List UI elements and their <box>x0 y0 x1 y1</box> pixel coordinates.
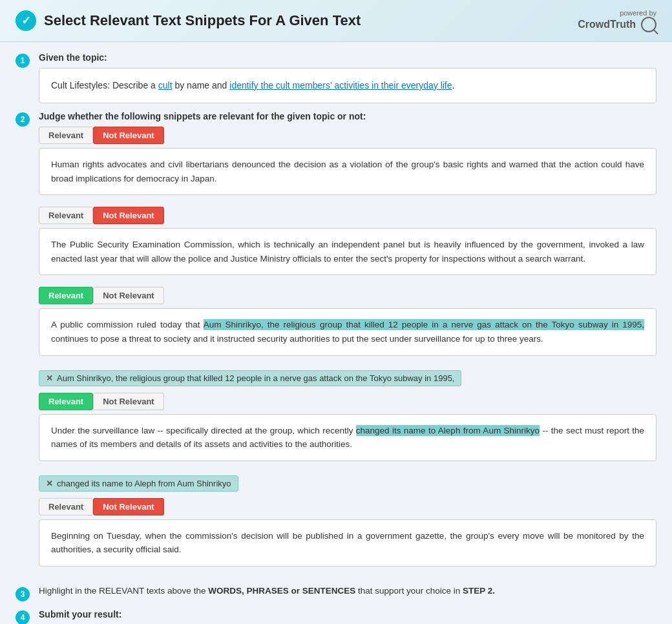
snippet-4-btn-group: Relevant Not Relevant <box>39 393 656 410</box>
step-1-content: Given the topic: Cult Lifestyles: Descri… <box>39 52 656 103</box>
step-3-bold-2: STEP 2. <box>463 586 495 596</box>
snippet-2-text: The Public Security Examination Commissi… <box>39 228 656 275</box>
snippet-3-relevant-btn[interactable]: Relevant <box>39 287 93 304</box>
snippet-5-relevant-btn[interactable]: Relevant <box>39 498 93 515</box>
step-3-bold-1: WORDS, PHRASES or SENTENCES <box>208 586 355 596</box>
snippet-2-btn-group: Relevant Not Relevant <box>39 207 656 224</box>
step-3-row: 3 Highlight in the RELEVANT texts above … <box>16 586 656 601</box>
snippet-1-relevant-btn[interactable]: Relevant <box>39 127 93 144</box>
step-2-row: 2 Judge whether the following snippets a… <box>16 111 656 578</box>
step-3-content: Highlight in the RELEVANT texts above th… <box>39 586 656 596</box>
step-2-badge: 2 <box>16 112 30 127</box>
header-left: ✓ Select Relevant Text Snippets For A Gi… <box>16 10 361 31</box>
snippet-4-highlight: changed its name to Aleph from Aum Shinr… <box>356 425 540 436</box>
snippet-2: Relevant Not Relevant The Public Securit… <box>39 207 656 275</box>
step-1-row: 1 Given the topic: Cult Lifestyles: Desc… <box>16 52 656 103</box>
snippet-1-btn-group: Relevant Not Relevant <box>39 127 656 144</box>
brand-name: CrowdTruth <box>578 17 656 32</box>
snippet-3-highlight: Aum Shinrikyo, the religious group that … <box>204 319 644 330</box>
page-title: Select Relevant Text Snippets For A Give… <box>44 12 361 29</box>
tag-chip-3: ✕ Aum Shinrikyo, the religious group tha… <box>39 370 461 386</box>
snippet-5-not-relevant-btn[interactable]: Not Relevant <box>93 498 163 515</box>
step-1-badge: 1 <box>16 54 30 68</box>
step-4-label: Submit your result: <box>39 609 656 619</box>
snippet-2-relevant-btn[interactable]: Relevant <box>39 207 93 224</box>
step-2-label: Judge whether the following snippets are… <box>39 111 656 121</box>
snippet-1: Relevant Not Relevant Human rights advoc… <box>39 127 656 195</box>
topic-highlight-cult: cult <box>158 80 173 90</box>
header: ✓ Select Relevant Text Snippets For A Gi… <box>0 0 672 42</box>
crowdtruth-logo: powered by CrowdTruth <box>578 9 656 32</box>
step-4-row: 4 Submit your result: <box>16 609 656 624</box>
snippet-3: Relevant Not Relevant A public commissio… <box>39 287 656 355</box>
topic-text-3: . <box>452 80 455 90</box>
snippet-4-not-relevant-btn[interactable]: Not Relevant <box>93 393 163 410</box>
topic-text-2: by name and <box>173 80 230 90</box>
tag-text-3: Aum Shinrikyo, the religious group that … <box>57 373 454 383</box>
snippet-1-not-relevant-btn[interactable]: Not Relevant <box>93 127 163 144</box>
check-icon: ✓ <box>16 10 36 31</box>
topic-box: Cult Lifestyles: Describe a cult by name… <box>39 68 656 103</box>
step-4-badge: 4 <box>16 610 30 624</box>
step-3-label: Highlight in the RELEVANT texts above th… <box>39 586 656 596</box>
snippet-3-text: A public commission ruled today that Aum… <box>39 308 656 355</box>
snippet-5-btn-group: Relevant Not Relevant <box>39 498 656 515</box>
step-4-content: Submit your result: <box>39 609 656 624</box>
snippet-5-text: Beginning on Tuesday, when the commissio… <box>39 519 656 567</box>
snippet-2-not-relevant-btn[interactable]: Not Relevant <box>93 207 163 224</box>
topic-text-1: Cult Lifestyles: Describe a <box>51 80 158 90</box>
snippet-1-text: Human rights advocates and civil liberta… <box>39 148 656 195</box>
powered-by-text: powered by <box>620 9 656 17</box>
snippet-3-btn-group: Relevant Not Relevant <box>39 287 656 304</box>
snippet-4-text: Under the surveillance law -- specifical… <box>39 414 656 461</box>
snippet-3-not-relevant-btn[interactable]: Not Relevant <box>93 287 163 304</box>
main-content: 1 Given the topic: Cult Lifestyles: Desc… <box>0 42 672 624</box>
snippet-5: Relevant Not Relevant Beginning on Tuesd… <box>39 498 656 567</box>
step-3-badge: 3 <box>16 587 30 601</box>
tag-chip-4: ✕ changed its name to Aleph from Aum Shi… <box>39 475 238 492</box>
snippet-4: Relevant Not Relevant Under the surveill… <box>39 393 656 461</box>
tag-x-3[interactable]: ✕ <box>46 373 53 383</box>
tag-text-4: changed its name to Aleph from Aum Shinr… <box>57 479 231 488</box>
snippet-4-relevant-btn[interactable]: Relevant <box>39 393 93 410</box>
step-2-content: Judge whether the following snippets are… <box>39 111 656 578</box>
step-1-label: Given the topic: <box>39 52 656 63</box>
topic-highlight-identify: identify the cult members' activities in… <box>229 80 452 90</box>
tag-x-4[interactable]: ✕ <box>46 479 53 488</box>
